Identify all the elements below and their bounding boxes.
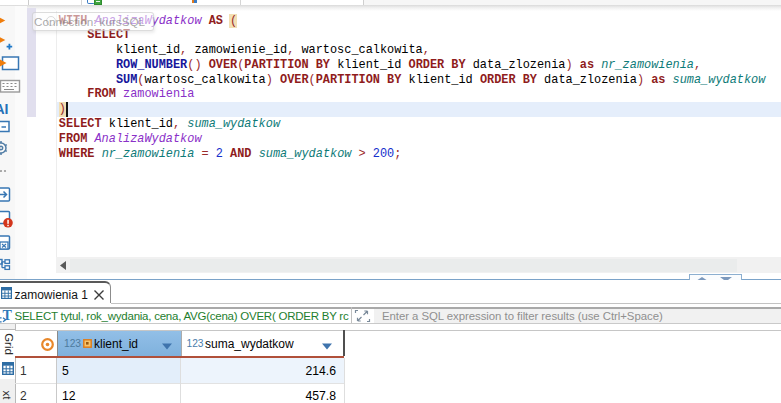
- svg-text:AI: AI: [0, 101, 9, 117]
